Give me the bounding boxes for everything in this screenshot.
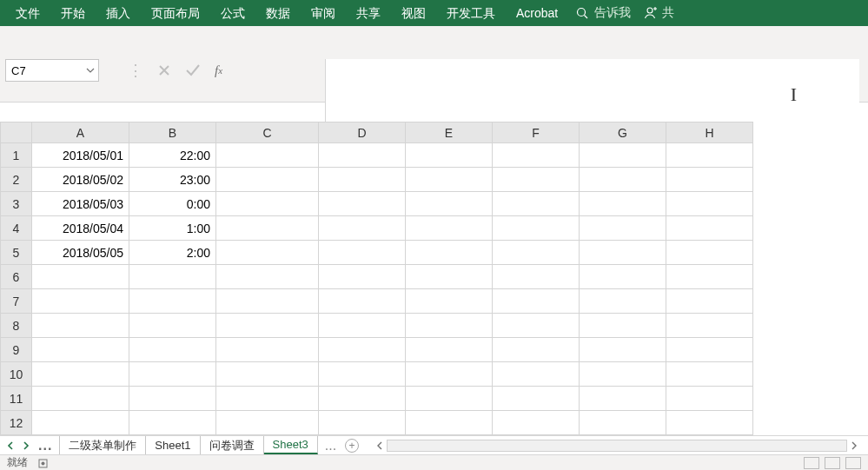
- cell-G9[interactable]: [580, 338, 666, 362]
- macro-record-icon[interactable]: [38, 458, 50, 468]
- horizontal-scrollbar[interactable]: [366, 436, 868, 454]
- cell-B8[interactable]: [129, 314, 216, 338]
- cell-E2[interactable]: [406, 168, 493, 192]
- row-header-6[interactable]: 6: [1, 265, 32, 289]
- cell-F10[interactable]: [493, 362, 580, 387]
- cell-A3[interactable]: 2018/05/03: [32, 192, 129, 216]
- cell-E10[interactable]: [406, 362, 493, 387]
- add-sheet-button[interactable]: +: [345, 439, 359, 453]
- row-header-2[interactable]: 2: [1, 168, 32, 192]
- spreadsheet-grid[interactable]: ABCDEFGH12018/05/0122:0022018/05/0223:00…: [0, 122, 868, 435]
- row-header-1[interactable]: 1: [1, 143, 32, 168]
- cell-H3[interactable]: [666, 192, 753, 216]
- cell-C4[interactable]: [216, 216, 319, 241]
- cell-E5[interactable]: [406, 241, 493, 265]
- ribbon-tab-file[interactable]: 文件: [5, 0, 50, 26]
- sheet-tab[interactable]: 二级菜单制作: [59, 436, 146, 454]
- ribbon-tab-acrobat[interactable]: Acrobat: [506, 0, 568, 26]
- row-header-8[interactable]: 8: [1, 314, 32, 338]
- sheet-tab[interactable]: Sheet1: [146, 436, 200, 454]
- cell-F9[interactable]: [493, 338, 580, 362]
- cell-F5[interactable]: [493, 241, 580, 265]
- ribbon-tab-share[interactable]: 共享: [346, 0, 391, 26]
- cell-D12[interactable]: [319, 411, 406, 435]
- confirm-icon[interactable]: [185, 63, 201, 77]
- cell-A7[interactable]: [32, 289, 129, 314]
- ribbon-tab-view[interactable]: 视图: [391, 0, 436, 26]
- cell-D8[interactable]: [319, 314, 406, 338]
- cell-G10[interactable]: [580, 362, 666, 387]
- cell-H7[interactable]: [666, 289, 753, 314]
- formula-bar[interactable]: [325, 59, 859, 129]
- cell-H9[interactable]: [666, 338, 753, 362]
- cell-B12[interactable]: [129, 411, 216, 435]
- cell-D11[interactable]: [319, 387, 406, 411]
- cancel-icon[interactable]: [157, 63, 171, 77]
- cell-B10[interactable]: [129, 362, 216, 387]
- cell-E9[interactable]: [406, 338, 493, 362]
- select-all-corner[interactable]: [1, 122, 32, 143]
- cell-G7[interactable]: [580, 289, 666, 314]
- cell-H4[interactable]: [666, 216, 753, 241]
- cell-F8[interactable]: [493, 314, 580, 338]
- cell-B6[interactable]: [129, 265, 216, 289]
- cell-D3[interactable]: [319, 192, 406, 216]
- cell-A6[interactable]: [32, 265, 129, 289]
- cell-E1[interactable]: [406, 143, 493, 168]
- tab-nav-overflow-left[interactable]: ...: [38, 438, 52, 453]
- cell-C5[interactable]: [216, 241, 319, 265]
- ribbon-tab-page-layout[interactable]: 页面布局: [141, 0, 210, 26]
- scrollbar-track[interactable]: [387, 440, 847, 452]
- cell-D5[interactable]: [319, 241, 406, 265]
- cell-B4[interactable]: 1:00: [129, 216, 216, 241]
- sheet-tab[interactable]: Sheet3: [264, 436, 318, 454]
- cell-D1[interactable]: [319, 143, 406, 168]
- cell-E11[interactable]: [406, 387, 493, 411]
- cell-E6[interactable]: [406, 265, 493, 289]
- formula-input[interactable]: [326, 59, 859, 129]
- cell-C8[interactable]: [216, 314, 319, 338]
- cell-B5[interactable]: 2:00: [129, 241, 216, 265]
- cell-D7[interactable]: [319, 289, 406, 314]
- cell-B2[interactable]: 23:00: [129, 168, 216, 192]
- ribbon-tab-home[interactable]: 开始: [50, 0, 96, 26]
- cell-F6[interactable]: [493, 265, 580, 289]
- row-header-3[interactable]: 3: [1, 192, 32, 216]
- cell-G4[interactable]: [580, 216, 666, 241]
- cell-F4[interactable]: [493, 216, 580, 241]
- column-header-C[interactable]: C: [216, 122, 319, 143]
- cell-H5[interactable]: [666, 241, 753, 265]
- cell-H8[interactable]: [666, 314, 753, 338]
- ribbon-tab-insert[interactable]: 插入: [96, 0, 141, 26]
- cell-F2[interactable]: [493, 168, 580, 192]
- cell-D4[interactable]: [319, 216, 406, 241]
- cell-G8[interactable]: [580, 314, 666, 338]
- cell-G1[interactable]: [580, 143, 666, 168]
- column-header-E[interactable]: E: [406, 122, 493, 143]
- cell-H2[interactable]: [666, 168, 753, 192]
- name-box[interactable]: C7: [5, 59, 99, 82]
- cell-A5[interactable]: 2018/05/05: [32, 241, 129, 265]
- sheet-tab[interactable]: 问卷调查: [201, 436, 264, 454]
- scroll-left-icon[interactable]: [373, 439, 387, 453]
- cell-E8[interactable]: [406, 314, 493, 338]
- cell-C9[interactable]: [216, 338, 319, 362]
- cell-F12[interactable]: [493, 411, 580, 435]
- column-header-A[interactable]: A: [32, 122, 129, 143]
- column-header-D[interactable]: D: [319, 122, 406, 143]
- column-header-G[interactable]: G: [580, 122, 666, 143]
- ribbon-tab-data[interactable]: 数据: [255, 0, 301, 26]
- share-button[interactable]: 共: [643, 5, 674, 21]
- cell-B1[interactable]: 22:00: [129, 143, 216, 168]
- cell-H1[interactable]: [666, 143, 753, 168]
- cell-E3[interactable]: [406, 192, 493, 216]
- cell-H11[interactable]: [666, 387, 753, 411]
- view-page-break-icon[interactable]: [845, 457, 861, 469]
- row-header-9[interactable]: 9: [1, 338, 32, 362]
- row-header-10[interactable]: 10: [1, 362, 32, 387]
- cell-G11[interactable]: [580, 387, 666, 411]
- ribbon-tab-review[interactable]: 审阅: [301, 0, 346, 26]
- cell-E7[interactable]: [406, 289, 493, 314]
- cell-C6[interactable]: [216, 265, 319, 289]
- cell-F7[interactable]: [493, 289, 580, 314]
